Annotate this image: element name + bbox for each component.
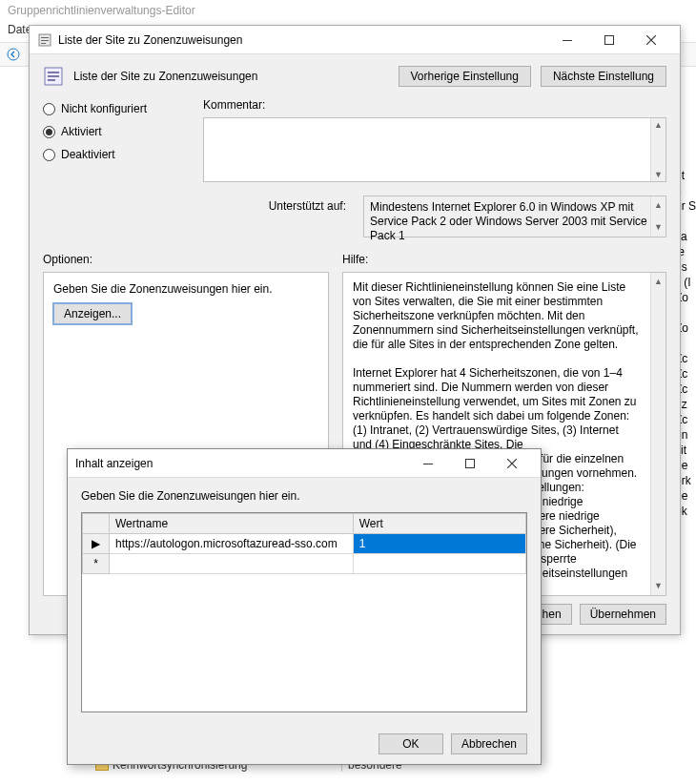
- radio-label: Aktiviert: [61, 125, 102, 138]
- apply-button[interactable]: Übernehmen: [580, 604, 666, 625]
- scrollbar[interactable]: ▲▼: [650, 118, 665, 181]
- table-row[interactable]: *: [83, 554, 526, 574]
- svg-rect-5: [563, 40, 572, 41]
- row-marker: ▶: [83, 534, 110, 554]
- svg-rect-12: [466, 459, 475, 467]
- svg-rect-11: [423, 464, 433, 464]
- back-icon[interactable]: [4, 45, 23, 64]
- radio-enabled[interactable]: Aktiviert: [43, 125, 186, 138]
- scrollbar[interactable]: ▲▼: [650, 273, 665, 595]
- svg-rect-8: [48, 72, 59, 73]
- options-instruction: Geben Sie die Zonenzuweisungen hier ein.: [53, 282, 318, 296]
- maximize-button[interactable]: [588, 27, 630, 53]
- values-grid[interactable]: Wertname Wert ▶ https://autologon.micros…: [81, 512, 527, 712]
- cell-value[interactable]: [353, 554, 525, 574]
- column-header-name[interactable]: Wertname: [110, 514, 354, 534]
- show-contents-titlebar[interactable]: Inhalt anzeigen: [68, 449, 541, 478]
- svg-rect-10: [48, 79, 55, 81]
- policy-icon: [37, 32, 52, 48]
- policy-title: Liste der Site zu Zonenzuweisungen: [73, 70, 389, 83]
- parent-window-title: Gruppenrichtlinienverwaltungs-Editor: [0, 0, 696, 23]
- policy-dialog-titlebar[interactable]: Liste der Site zu Zonenzuweisungen: [30, 26, 680, 54]
- column-header-value[interactable]: Wert: [353, 514, 525, 534]
- maximize-button[interactable]: [449, 450, 491, 477]
- cell-name[interactable]: https://autologon.microsoftazuread-sso.c…: [110, 534, 354, 554]
- previous-setting-button[interactable]: Vorherige Einstellung: [399, 66, 531, 87]
- help-label: Hilfe:: [342, 253, 666, 266]
- supported-on-text: Mindestens Internet Explorer 6.0 in Wind…: [363, 196, 666, 237]
- close-button[interactable]: [491, 450, 533, 477]
- radio-disabled[interactable]: Deaktiviert: [43, 148, 186, 161]
- ok-button[interactable]: OK: [379, 733, 443, 754]
- cell-value[interactable]: 1: [353, 534, 525, 554]
- minimize-button[interactable]: [546, 27, 588, 53]
- state-radio-group: Nicht konfiguriert Aktiviert Deaktiviert: [43, 98, 186, 237]
- svg-rect-9: [48, 75, 59, 77]
- svg-rect-2: [41, 37, 49, 38]
- scrollbar[interactable]: ▲▼: [650, 196, 665, 237]
- show-contents-dialog: Inhalt anzeigen Geben Sie die Zonenzuwei…: [67, 448, 542, 765]
- svg-point-0: [8, 49, 19, 60]
- show-contents-title: Inhalt anzeigen: [75, 457, 153, 470]
- supported-on-label: Unterstützt auf:: [203, 196, 346, 237]
- show-button[interactable]: Anzeigen...: [53, 303, 132, 324]
- policy-header-icon: [43, 66, 64, 87]
- policy-dialog-title: Liste der Site zu Zonenzuweisungen: [58, 33, 242, 47]
- cell-name[interactable]: [110, 554, 354, 574]
- close-button[interactable]: [630, 27, 672, 53]
- next-setting-button[interactable]: Nächste Einstellung: [541, 66, 666, 87]
- minimize-button[interactable]: [407, 450, 449, 477]
- radio-label: Deaktiviert: [61, 148, 115, 161]
- comment-label: Kommentar:: [203, 98, 666, 112]
- cancel-button[interactable]: Abbrechen: [451, 733, 527, 754]
- svg-rect-4: [41, 43, 46, 44]
- grid-corner: [83, 514, 110, 534]
- options-label: Optionen:: [43, 253, 329, 266]
- table-row[interactable]: ▶ https://autologon.microsoftazuread-sso…: [83, 534, 526, 554]
- grid-instruction: Geben Sie die Zonenzuweisungen hier ein.: [81, 489, 527, 503]
- svg-rect-3: [41, 40, 49, 41]
- comment-textarea[interactable]: ▲▼: [203, 117, 666, 182]
- radio-label: Nicht konfiguriert: [61, 102, 147, 115]
- svg-rect-6: [605, 35, 614, 44]
- radio-not-configured[interactable]: Nicht konfiguriert: [43, 102, 186, 115]
- row-marker: *: [83, 554, 110, 574]
